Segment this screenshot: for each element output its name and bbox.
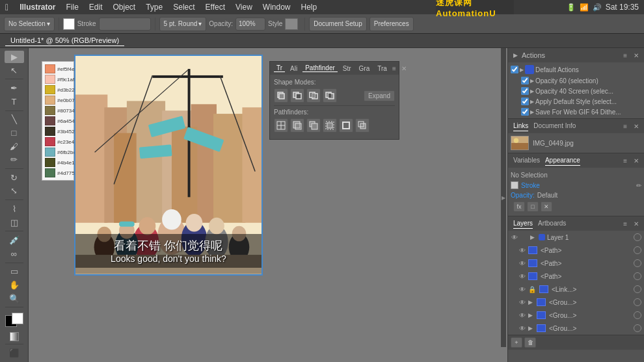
layer-group-2-expand[interactable]: ▶ <box>528 312 535 318</box>
actions-item-1-check[interactable] <box>521 77 529 84</box>
layer-link-lock-icon[interactable]: 🔒 <box>528 286 536 293</box>
doc-info-tab[interactable]: Document Info <box>533 121 576 131</box>
swatch-row-3[interactable]: #d3b226 <box>45 85 71 94</box>
swatch-9[interactable] <box>45 148 55 157</box>
gradient-tool[interactable]: ◫ <box>5 216 24 229</box>
fill-swatch[interactable] <box>63 18 75 30</box>
menu-effect[interactable]: Effect <box>201 1 230 13</box>
swatch-row-11[interactable]: #4d7754 <box>45 168 71 177</box>
pathfinder-close-icon[interactable]: ✕ <box>401 65 407 72</box>
new-layer-btn[interactable]: + <box>511 337 522 348</box>
pencil-tool[interactable]: ✏ <box>5 153 24 166</box>
swatch-row-8[interactable]: #c23e4e <box>45 137 71 146</box>
rotate-tool[interactable]: ↻ <box>5 172 24 184</box>
layer-path-2-eye[interactable]: 👁 <box>518 260 526 267</box>
menu-select[interactable]: Select <box>168 1 199 13</box>
layers-panel-header[interactable]: Layers Artboards ≡ ✕ <box>508 216 644 231</box>
layer-path-3-eye[interactable]: 👁 <box>518 273 526 280</box>
swatch-row-2[interactable]: #f9c1af <box>45 75 71 84</box>
stroke-edit-icon[interactable]: ✏ <box>636 182 641 189</box>
layer-group-3-eye[interactable]: 👁 <box>518 325 526 332</box>
swatch-row-5[interactable]: #807342 <box>45 106 71 115</box>
none-color-btn[interactable] <box>10 332 19 341</box>
actions-close-icon[interactable]: ✕ <box>634 52 639 59</box>
stroke-input[interactable] <box>99 18 151 31</box>
swatch-row-4[interactable]: #e0b07c <box>45 96 71 105</box>
menu-illustrator[interactable]: Illustrator <box>15 1 60 13</box>
swatch-row-10[interactable]: #4b4e1 <box>45 158 71 167</box>
screen-mode-btn[interactable]: ⬛ <box>5 347 24 359</box>
layer-group-3-expand[interactable]: ▶ <box>528 325 535 331</box>
actions-item-4[interactable]: ▶ Save For Web GIF 64 Dithe... <box>508 107 644 117</box>
swatch-6[interactable] <box>45 116 55 125</box>
opacity-input[interactable] <box>235 18 265 31</box>
zoom-tool[interactable]: 🔍 <box>5 292 24 305</box>
actions-panel-header[interactable]: ▶ Actions ≡ ✕ <box>508 48 644 62</box>
layer-path-3[interactable]: 👁 <Path> <box>508 270 644 283</box>
layer-link-eye[interactable]: 👁 <box>518 286 526 293</box>
pf-tab-tr[interactable]: Tr <box>274 64 285 72</box>
crop-btn[interactable] <box>323 118 337 133</box>
links-close-icon[interactable]: ✕ <box>634 123 639 130</box>
actions-menu-icon[interactable]: ≡ <box>623 52 627 59</box>
trim-btn[interactable] <box>290 118 304 133</box>
outline-btn[interactable] <box>339 118 353 133</box>
stroke-checkbox[interactable] <box>511 181 518 189</box>
layer-link-row[interactable]: 👁 🔒 <Link...> <box>508 283 644 296</box>
divide-btn[interactable] <box>274 118 288 133</box>
pf-tab-tra[interactable]: Tra <box>375 65 390 72</box>
layers-menu-icon[interactable]: ≡ <box>623 220 627 227</box>
layer-path-1[interactable]: 👁 <Path> <box>508 244 644 257</box>
menu-window[interactable]: Window <box>258 1 295 13</box>
layer-group-1[interactable]: 👁 ▶ <Grou...> <box>508 296 644 309</box>
links-menu-icon[interactable]: ≡ <box>623 123 627 130</box>
menu-edit[interactable]: Edit <box>85 1 107 13</box>
delete-layer-btn[interactable]: 🗑 <box>524 337 536 348</box>
menu-file[interactable]: File <box>61 1 83 13</box>
swatch-10[interactable] <box>45 158 55 167</box>
pf-tab-str[interactable]: Str <box>340 65 354 72</box>
layer-group-2[interactable]: 👁 ▶ <Grou...> <box>508 309 644 322</box>
links-panel-header[interactable]: Links Document Info ≡ ✕ <box>508 119 644 133</box>
selection-tool[interactable]: ▶ <box>5 51 24 63</box>
minus-front-btn[interactable] <box>290 88 304 103</box>
doc-setup-btn[interactable]: Document Setup <box>309 17 367 31</box>
pt-round-btn[interactable]: 5 pt. Round ▾ <box>159 17 207 31</box>
swatch-7[interactable] <box>45 127 55 136</box>
menu-type[interactable]: Type <box>141 1 167 13</box>
no-selection-btn[interactable]: No Selection ▾ <box>4 17 55 31</box>
menu-object[interactable]: Object <box>109 1 141 13</box>
color-selector[interactable] <box>5 313 23 327</box>
actions-item-2-check[interactable] <box>521 87 529 95</box>
paintbrush-tool[interactable]: 🖌 <box>5 140 24 153</box>
pf-tab-gra[interactable]: Gra <box>356 65 373 72</box>
exclude-btn[interactable] <box>323 88 337 103</box>
actions-item-3-check[interactable] <box>521 97 529 105</box>
eyedropper-tool[interactable]: 💉 <box>5 234 24 246</box>
swatch-4[interactable] <box>45 96 55 105</box>
document-tab[interactable]: Untitled-1* @ 50% (RGB/Preview) <box>5 35 124 46</box>
layer-group-3[interactable]: 👁 ▶ <Grou...> <box>508 322 644 335</box>
app-icon-2[interactable]: □ <box>527 201 539 212</box>
layer-path-1-eye[interactable]: 👁 <box>518 247 526 254</box>
swatch-row-6[interactable]: #6a4545 <box>45 116 71 125</box>
layers-close-icon[interactable]: ✕ <box>634 220 639 227</box>
layer-group-2-eye[interactable]: 👁 <box>518 312 526 319</box>
appearance-menu-icon[interactable]: ≡ <box>623 157 627 164</box>
merge-btn[interactable] <box>306 118 321 133</box>
canvas-area[interactable]: #ef5f4e #f9c1af #d3b226 #e0b07c #807342 … <box>29 48 507 362</box>
layer-group-1-expand[interactable]: ▶ <box>528 299 535 305</box>
appearance-tab[interactable]: Appearance <box>545 155 580 166</box>
menu-view[interactable]: View <box>231 1 257 13</box>
links-tab[interactable]: Links <box>513 121 528 131</box>
layer-1-eye-icon[interactable]: 👁 <box>511 234 518 241</box>
rect-tool[interactable]: □ <box>5 127 24 139</box>
appearance-close-icon[interactable]: ✕ <box>634 157 639 164</box>
fill-color-box[interactable] <box>12 313 23 324</box>
hand-tool[interactable]: ✋ <box>5 279 24 291</box>
unite-btn[interactable] <box>274 88 288 103</box>
blend-tool[interactable]: ∞ <box>5 248 24 260</box>
links-image-row[interactable]: IMG_0449.jpg <box>508 133 644 153</box>
style-swatch[interactable] <box>285 18 298 30</box>
pf-tab-ali[interactable]: Ali <box>288 65 300 72</box>
